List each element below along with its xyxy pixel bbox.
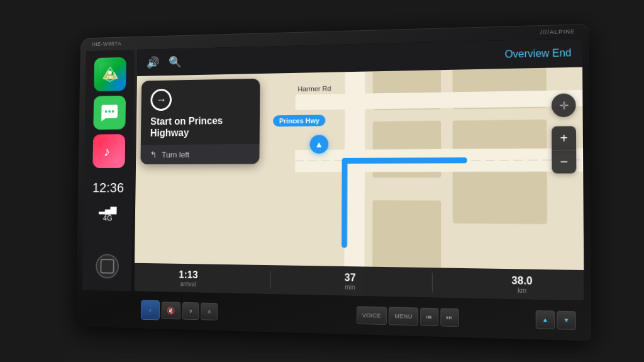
- search-icon[interactable]: 🔍: [169, 55, 182, 69]
- turn-left-icon: ↰: [150, 150, 157, 160]
- overview-end-label[interactable]: Overview End: [505, 47, 572, 60]
- prev-button[interactable]: ⏮: [420, 307, 438, 326]
- nav-arrow-marker: ▲: [309, 135, 328, 154]
- roundabout-icon: →: [150, 88, 172, 110]
- svg-rect-14: [453, 166, 547, 224]
- nav-down-button[interactable]: ∨: [182, 302, 199, 319]
- network-type: 4G: [99, 213, 117, 222]
- compass-button[interactable]: ✛: [552, 93, 576, 117]
- model-name: INE-W987A: [92, 40, 121, 47]
- nav-main-text: Start on Princes Highway: [150, 114, 250, 139]
- nav-up-button[interactable]: ∧: [201, 302, 218, 320]
- svg-text:280: 280: [106, 75, 113, 79]
- music-app-icon[interactable]: ♪: [92, 134, 125, 168]
- nav-direction-main: → Start on Princes Highway: [141, 78, 260, 145]
- voice-button[interactable]: VOICE: [357, 306, 387, 325]
- harmer-rd-label: Harmer Rd: [297, 84, 331, 93]
- device-body: INE-W987A ////ALPINE: [76, 23, 591, 341]
- navigation-panel: → Start on Princes Highway ↰ Turn left: [140, 78, 260, 164]
- arrival-value: 1:13: [179, 269, 197, 280]
- nav-stat-km: 38.0 km: [511, 274, 532, 294]
- brand-name: ////ALPINE: [540, 28, 575, 35]
- music-button[interactable]: ♪: [141, 300, 160, 320]
- km-value: 38.0: [511, 274, 532, 286]
- svg-text:♪: ♪: [103, 144, 109, 159]
- min-value: 37: [345, 271, 356, 283]
- carplay-ui: 🔊 🔍 Overview End: [134, 38, 584, 301]
- nav-stat-arrival: 1:13 arrival: [179, 269, 198, 287]
- svg-rect-15: [372, 200, 441, 269]
- topbar-left: 🔊 🔍: [147, 55, 182, 69]
- mute-button[interactable]: 🔇: [162, 302, 181, 319]
- min-label: min: [345, 283, 356, 290]
- nav-right-down[interactable]: ▼: [557, 310, 576, 329]
- direction-icon-row: →: [150, 87, 250, 110]
- nav-secondary: ↰ Turn left: [140, 144, 259, 164]
- map-area: Harmer Rd Princes Hwy ▲ ✛ + −: [134, 67, 584, 300]
- arrival-label: arrival: [179, 280, 197, 286]
- stat-divider-2: [432, 273, 433, 292]
- zoom-plus-button[interactable]: +: [552, 126, 576, 150]
- menu-button[interactable]: MENU: [389, 307, 418, 325]
- messages-app-icon[interactable]: [93, 95, 126, 129]
- screen: 🔊 🔍 Overview End: [134, 38, 584, 301]
- nav-stat-min: 37 min: [345, 271, 356, 290]
- home-button-inner: [100, 259, 114, 274]
- nav-secondary-text: Turn left: [162, 150, 189, 159]
- next-button[interactable]: ⏭: [440, 308, 458, 327]
- speaker-icon[interactable]: 🔊: [147, 55, 160, 69]
- maps-app-icon[interactable]: 280: [94, 57, 126, 91]
- device-reflection: [57, 350, 587, 362]
- app-sidebar: 280: [82, 50, 135, 291]
- device-wrapper: INE-W987A ////ALPINE: [39, 14, 605, 348]
- stat-divider-1: [270, 270, 270, 289]
- nav-right-up[interactable]: ▲: [536, 310, 555, 329]
- km-label: km: [511, 286, 532, 293]
- clock-display: 12:36: [92, 180, 125, 196]
- hwy-label: Princes Hwy: [273, 115, 326, 127]
- signal-bars: ▂▄▆: [99, 204, 117, 214]
- signal-area: ▂▄▆ 4G: [99, 204, 118, 222]
- zoom-minus-button[interactable]: −: [552, 149, 576, 173]
- home-button[interactable]: [96, 254, 119, 278]
- topbar-right: Overview End: [505, 47, 572, 60]
- roundabout-arrow: →: [156, 93, 167, 106]
- physical-controls: ♪ 🔇 ∨ ∧ VOICE MENU ⏮ ⏭ ▲ ▼: [134, 293, 585, 338]
